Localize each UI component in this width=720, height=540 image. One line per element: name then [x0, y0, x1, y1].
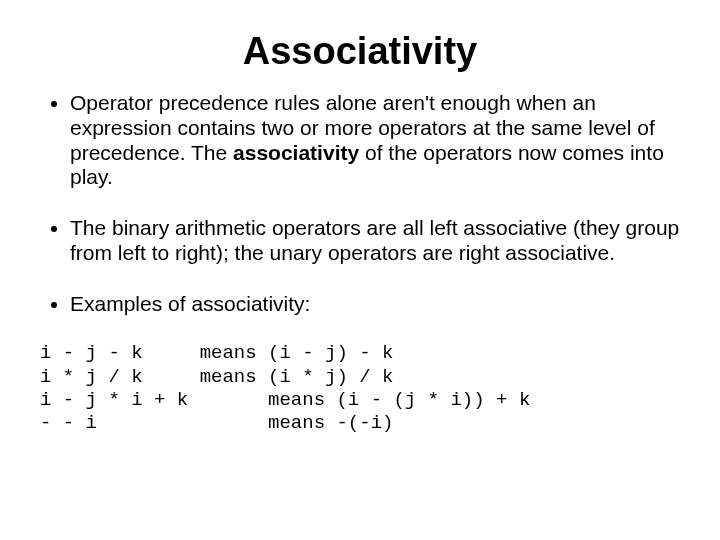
page-title: Associativity	[30, 30, 690, 73]
bullet-1: Operator precedence rules alone aren't e…	[70, 91, 690, 190]
code-examples: i - j - k means (i - j) - k i * j / k me…	[40, 342, 690, 435]
slide: Associativity Operator precedence rules …	[0, 0, 720, 540]
bullet-1-emph: associativity	[233, 141, 359, 164]
bullet-3: Examples of associativity:	[70, 292, 690, 317]
bullet-list: Operator precedence rules alone aren't e…	[30, 91, 690, 316]
bullet-2: The binary arithmetic operators are all …	[70, 216, 690, 266]
